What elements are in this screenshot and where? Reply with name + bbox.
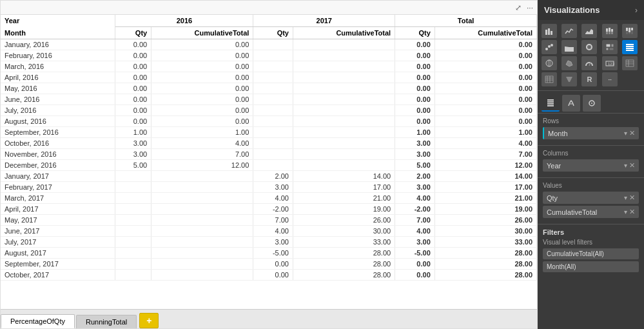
data-cell: 0.00 <box>434 94 536 105</box>
panel-tab-analytics[interactable] <box>583 95 601 112</box>
month-cell: January, 2017 <box>1 171 115 182</box>
cumtotal-2016-header: CumulativeTotal <box>151 27 253 39</box>
svg-marker-3 <box>585 29 593 34</box>
main-container: ⤢ ··· Year 2016 2017 Total Month Qty Cum… <box>0 0 644 329</box>
columns-field-arrow[interactable]: ▾ <box>624 162 627 169</box>
data-cell: 0.00 <box>395 83 435 94</box>
values-field-qty[interactable]: Qty ▾ ✕ <box>543 192 639 204</box>
viz-matrix[interactable] <box>622 40 638 54</box>
viz-table[interactable] <box>622 56 638 70</box>
columns-field-year[interactable]: Year ▾ ✕ <box>543 159 639 172</box>
svg-rect-0 <box>545 30 547 35</box>
rows-field-arrow[interactable]: ▾ <box>624 130 627 137</box>
data-cell: -5.00 <box>253 248 293 259</box>
viz-stacked-bar[interactable] <box>602 24 618 38</box>
viz-grid: 123 R ··· <box>538 20 644 91</box>
data-cell: 28.00 <box>293 259 395 270</box>
more-icon[interactable]: ··· <box>527 3 533 12</box>
tab-percentage-of-qty[interactable]: PercentageOfQty <box>1 314 75 328</box>
data-cell <box>253 72 293 83</box>
data-cell <box>293 116 395 127</box>
svg-point-17 <box>548 45 551 48</box>
data-cell: 28.00 <box>293 270 395 281</box>
data-cell: -2.00 <box>395 204 435 215</box>
svg-point-16 <box>545 48 548 50</box>
data-cell <box>253 83 293 94</box>
values-qty-remove[interactable]: ✕ <box>629 194 635 202</box>
data-cell: 1.00 <box>115 127 151 138</box>
values-label: Values <box>543 182 639 189</box>
viz-matrix2[interactable] <box>542 72 557 86</box>
data-cell: 21.00 <box>293 193 395 204</box>
table-row: August, 20160.000.000.000.00 <box>1 116 537 127</box>
values-field-cumtotal[interactable]: CumulativeTotal ▾ ✕ <box>543 206 639 218</box>
add-tab-button[interactable]: + <box>139 313 159 328</box>
rows-section: Rows Month ▾ ✕ <box>538 114 644 146</box>
table-row: March, 20160.000.000.000.00 <box>1 61 537 72</box>
data-cell <box>253 61 293 72</box>
viz-treemap[interactable] <box>602 40 618 54</box>
table-row: February, 20173.0017.003.0017.00 <box>1 182 537 193</box>
data-cell <box>115 182 151 193</box>
data-cell: 3.00 <box>115 149 151 160</box>
viz-donut[interactable] <box>581 40 597 54</box>
svg-rect-6 <box>609 28 610 32</box>
filter-cumulative-total[interactable]: CumulativeTotal(All) <box>543 248 639 259</box>
data-cell <box>115 226 151 237</box>
rows-field-label: Month <box>548 130 568 137</box>
viz-map[interactable] <box>542 56 557 70</box>
panel-chevron[interactable]: › <box>635 6 638 15</box>
month-cell: December, 2016 <box>1 160 115 171</box>
viz-card[interactable]: 123 <box>602 56 618 70</box>
table-row: February, 20160.000.000.000.00 <box>1 50 537 61</box>
data-cell: 0.00 <box>434 72 536 83</box>
table-row: December, 20165.0012.005.0012.00 <box>1 160 537 171</box>
viz-area-chart[interactable] <box>581 24 597 38</box>
viz-r[interactable]: R <box>581 72 597 86</box>
data-cell <box>151 171 253 182</box>
svg-text:123: 123 <box>608 62 614 66</box>
table-wrapper[interactable]: Year 2016 2017 Total Month Qty Cumulativ… <box>1 15 537 309</box>
viz-pie[interactable] <box>561 40 577 54</box>
table-row: April, 20160.000.000.000.00 <box>1 72 537 83</box>
data-cell: 26.00 <box>293 215 395 226</box>
viz-gauge[interactable] <box>581 56 597 70</box>
viz-funnel[interactable] <box>561 72 577 86</box>
values-cumtotal-arrow[interactable]: ▾ <box>624 208 627 215</box>
data-cell: 28.00 <box>434 270 536 281</box>
values-cumtotal-remove[interactable]: ✕ <box>629 208 635 216</box>
qty-total-header: Qty <box>395 27 435 39</box>
table-row: January, 20160.000.000.000.00 <box>1 39 537 50</box>
data-cell <box>115 215 151 226</box>
data-cell: 0.00 <box>115 116 151 127</box>
table-row: May, 20160.000.000.000.00 <box>1 83 537 94</box>
data-cell <box>253 127 293 138</box>
viz-bar-chart[interactable] <box>542 24 557 38</box>
viz-scatter[interactable] <box>542 40 557 54</box>
values-field-qty-label: Qty <box>547 194 558 202</box>
values-qty-arrow[interactable]: ▾ <box>624 194 627 201</box>
data-cell: 3.00 <box>253 182 293 193</box>
viz-line-chart[interactable] <box>561 24 577 38</box>
viz-empty <box>622 72 638 86</box>
columns-field-remove[interactable]: ✕ <box>629 161 635 170</box>
panel-tab-fields[interactable] <box>542 95 560 112</box>
rows-field-remove[interactable]: ✕ <box>629 129 635 137</box>
month-header: Month <box>1 27 115 39</box>
data-cell: 7.00 <box>434 149 536 160</box>
filter-month[interactable]: Month(All) <box>543 261 639 272</box>
tab-running-total[interactable]: RunningTotal <box>76 315 137 328</box>
viz-100-bar[interactable] <box>622 24 638 38</box>
table-row: August, 2017-5.0028.00-5.0028.00 <box>1 248 537 259</box>
expand-icon[interactable]: ⤢ <box>515 3 522 12</box>
col-2016-header: 2016 <box>115 15 253 27</box>
viz-filled-map[interactable] <box>561 56 577 70</box>
panel-tab-format[interactable] <box>562 95 580 112</box>
data-cell: 26.00 <box>434 215 536 226</box>
svg-rect-2 <box>551 31 552 35</box>
viz-more[interactable]: ··· <box>602 72 618 86</box>
rows-field-month[interactable]: Month ▾ ✕ <box>543 127 639 139</box>
data-cell: 0.00 <box>115 83 151 94</box>
svg-point-21 <box>588 46 590 48</box>
data-cell <box>151 270 253 281</box>
